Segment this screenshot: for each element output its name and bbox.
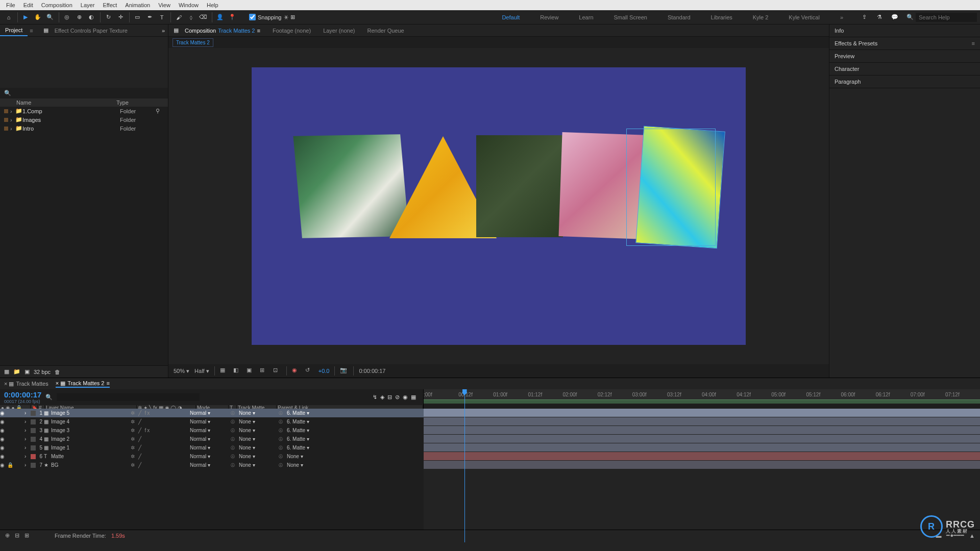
layer-track-bar[interactable] bbox=[424, 426, 980, 435]
layer-row[interactable]: ◉ › 3 ▦ Image 3 ✲ ╱ fx Normal ▾ ⦾ None ▾… bbox=[0, 426, 424, 435]
layer-row[interactable]: ◉ › 1 ▦ Image 5 ✲ ╱ fx Normal ▾ ⦾ None ▾… bbox=[0, 409, 424, 417]
home-icon[interactable]: ⌂ bbox=[3, 12, 14, 23]
footage-tab[interactable]: Footage (none) bbox=[266, 26, 317, 36]
layer-row[interactable]: ◉ 🔒 › 7 ★ BG ✲ ╱ Normal ▾ ⦾ None ▾ ⦾ Non… bbox=[0, 461, 424, 469]
twirl-icon[interactable]: › bbox=[24, 462, 31, 468]
blend-mode-dropdown[interactable]: Normal ▾ bbox=[190, 445, 223, 450]
lock-toggle-icon[interactable]: 🔒 bbox=[7, 462, 24, 468]
work-area-bar[interactable] bbox=[424, 399, 980, 404]
brush-tool-icon[interactable]: 🖌 bbox=[173, 12, 184, 23]
toggle-modes-icon[interactable]: ⊟ bbox=[15, 532, 19, 539]
timeline-tab-1[interactable]: × ▦ Track Mattes bbox=[4, 381, 48, 387]
zoom-tool-icon[interactable]: 🔍 bbox=[44, 12, 56, 23]
label-swatch[interactable] bbox=[31, 437, 36, 442]
layer-switches[interactable]: ✲ ╱ bbox=[131, 462, 190, 468]
pen-tool-icon[interactable]: ✒ bbox=[144, 12, 155, 23]
track-area[interactable] bbox=[424, 409, 980, 530]
layer-name[interactable]: BG bbox=[51, 462, 131, 468]
workspace-kyle2[interactable]: Kyle 2 bbox=[753, 14, 769, 20]
safe-zones-icon[interactable]: ▣ bbox=[247, 367, 255, 375]
col-type[interactable]: Type bbox=[116, 99, 129, 106]
layer-name[interactable]: Image 2 bbox=[51, 436, 131, 442]
hand-tool-icon[interactable]: ✋ bbox=[32, 12, 43, 23]
orbit-tool-icon[interactable]: ◎ bbox=[61, 12, 72, 23]
layer-switches[interactable]: ✲ ╱ bbox=[131, 454, 190, 459]
grid-icon[interactable]: ⊞ bbox=[260, 367, 268, 375]
parent-pickwhip-icon[interactable]: ⦾ bbox=[279, 419, 287, 425]
project-item[interactable]: › 📁 Intro Folder bbox=[0, 124, 168, 133]
label-swatch[interactable] bbox=[31, 454, 36, 459]
layer-track-bar[interactable] bbox=[424, 461, 980, 469]
menu-file[interactable]: File bbox=[2, 1, 19, 9]
layer-name[interactable]: Image 4 bbox=[51, 419, 131, 424]
track-matte-pickwhip-icon[interactable]: ⦾ bbox=[231, 436, 239, 442]
layer-track-bar[interactable] bbox=[424, 452, 980, 461]
track-matte-pickwhip-icon[interactable]: ⦾ bbox=[231, 445, 239, 451]
track-matte-dropdown[interactable]: None ▾ bbox=[239, 428, 279, 433]
menu-window[interactable]: Window bbox=[175, 1, 203, 9]
toggle-in-out-icon[interactable]: ⊞ bbox=[24, 532, 29, 539]
parent-pickwhip-icon[interactable]: ⦾ bbox=[279, 454, 287, 460]
current-timecode[interactable]: 0:00:00:17 bbox=[4, 390, 41, 399]
blend-mode-dropdown[interactable]: Normal ▾ bbox=[190, 410, 223, 416]
visibility-toggle-icon[interactable]: ◉ bbox=[0, 436, 7, 442]
visibility-toggle-icon[interactable]: ◉ bbox=[0, 419, 7, 424]
project-rows[interactable]: › 📁 1.Comp Folder ⚲ › 📁 Images Folder › … bbox=[0, 107, 168, 365]
parent-dropdown[interactable]: 6. Matte ▾ bbox=[287, 445, 424, 450]
layer-tab[interactable]: Layer (none) bbox=[317, 26, 361, 36]
trash-icon[interactable]: 🗑 bbox=[55, 369, 60, 375]
rotate-tool-icon[interactable]: ↻ bbox=[103, 12, 114, 23]
layer-track-bar[interactable] bbox=[424, 443, 980, 452]
guides-icon[interactable]: ⊡ bbox=[273, 367, 281, 375]
parent-pickwhip-icon[interactable]: ⦾ bbox=[279, 436, 287, 442]
draft-3d-icon[interactable]: ◈ bbox=[380, 394, 384, 400]
dolly-tool-icon[interactable]: ◐ bbox=[86, 12, 97, 23]
track-matte-pickwhip-icon[interactable]: ⦾ bbox=[231, 419, 239, 425]
panel-overflow-icon[interactable]: » bbox=[162, 28, 165, 34]
eraser-tool-icon[interactable]: ⌫ bbox=[198, 12, 209, 23]
workspace-default[interactable]: Default bbox=[502, 14, 520, 20]
parent-dropdown[interactable]: None ▾ bbox=[287, 454, 424, 459]
anchor-tool-icon[interactable]: ✛ bbox=[115, 12, 126, 23]
transparency-grid-icon[interactable]: ▦ bbox=[220, 367, 228, 375]
track-matte-dropdown[interactable]: None ▾ bbox=[239, 445, 279, 450]
label-swatch[interactable] bbox=[31, 428, 36, 433]
image-3-preview[interactable] bbox=[476, 135, 563, 237]
share-icon[interactable]: ⇪ bbox=[859, 12, 870, 23]
parent-dropdown[interactable]: 6. Matte ▾ bbox=[287, 410, 424, 416]
effects-presets-panel-header[interactable]: Effects & Presets≡ bbox=[829, 37, 980, 50]
layer-name[interactable]: Image 5 bbox=[51, 410, 131, 416]
layer-row[interactable]: ◉ › 6 T Matte ✲ ╱ Normal ▾ ⦾ None ▾ ⦾ No… bbox=[0, 452, 424, 461]
pan-camera-tool-icon[interactable]: ⊕ bbox=[74, 12, 85, 23]
twirl-icon[interactable]: › bbox=[24, 419, 31, 424]
workspace-learn[interactable]: Learn bbox=[579, 14, 593, 20]
chat-icon[interactable]: 💬 bbox=[889, 12, 900, 23]
menu-animation[interactable]: Animation bbox=[121, 1, 154, 9]
snap-opt-icon[interactable]: ⚹ bbox=[284, 14, 288, 20]
project-tab-opts-icon[interactable]: ≡ bbox=[28, 28, 35, 34]
project-search-icon[interactable]: 🔍 bbox=[4, 90, 11, 96]
bpc-toggle[interactable]: 32 bpc bbox=[34, 369, 51, 375]
label-swatch[interactable] bbox=[31, 419, 36, 424]
exposure-value[interactable]: +0.0 bbox=[318, 368, 330, 374]
track-matte-pickwhip-icon[interactable]: ⦾ bbox=[231, 428, 239, 434]
track-matte-dropdown[interactable]: None ▾ bbox=[239, 419, 279, 424]
menu-help[interactable]: Help bbox=[203, 1, 223, 9]
track-matte-pickwhip-icon[interactable]: ⦾ bbox=[231, 462, 239, 468]
workspace-more-icon[interactable]: » bbox=[840, 14, 843, 20]
selection-tool-icon[interactable]: ▶ bbox=[20, 12, 31, 23]
motion-blur-icon[interactable]: ◉ bbox=[403, 394, 408, 400]
image-1-preview[interactable] bbox=[293, 134, 409, 238]
twirl-icon[interactable]: › bbox=[24, 428, 31, 433]
project-item[interactable]: › 📁 Images Folder bbox=[0, 115, 168, 124]
layer-row[interactable]: ◉ › 4 ▦ Image 2 ✲ ╱ Normal ▾ ⦾ None ▾ ⦾ … bbox=[0, 435, 424, 443]
shy-toggle-icon[interactable]: ⊟ bbox=[387, 394, 392, 400]
layer-row[interactable]: ◉ › 5 ▦ Image 1 ✲ ╱ Normal ▾ ⦾ None ▾ ⦾ … bbox=[0, 443, 424, 452]
help-search[interactable]: 🔍 bbox=[906, 13, 977, 22]
puppet-tool-icon[interactable]: 📍 bbox=[227, 12, 238, 23]
layer-name[interactable]: Image 1 bbox=[51, 445, 131, 450]
visibility-toggle-icon[interactable]: ◉ bbox=[0, 428, 7, 433]
col-name[interactable]: Name bbox=[4, 99, 116, 106]
graph-editor-icon[interactable]: ▦ bbox=[411, 394, 416, 400]
track-matte-dropdown[interactable]: None ▾ bbox=[239, 410, 279, 416]
